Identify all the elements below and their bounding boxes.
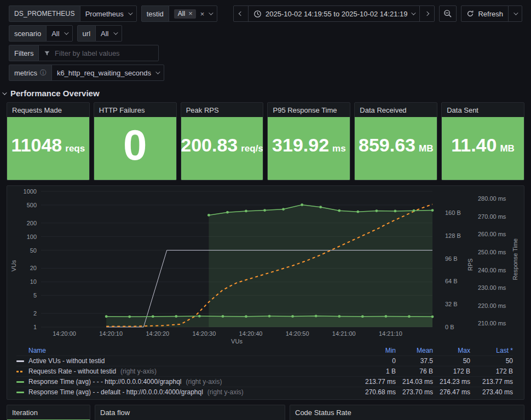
svg-text:VUs: VUs (231, 338, 243, 345)
datasource-picker[interactable]: Prometheus (80, 5, 137, 22)
testid-chip[interactable]: All × (174, 9, 196, 19)
svg-text:280.00 ms: 280.00 ms (478, 195, 506, 202)
refresh-button[interactable]: Refresh (461, 5, 509, 22)
section-title: Performance Overview (10, 89, 100, 98)
svg-text:2: 2 (33, 310, 37, 317)
svg-text:14:20:30: 14:20:30 (193, 330, 216, 337)
svg-text:RPS: RPS (467, 259, 474, 271)
time-range-picker[interactable]: 2025-10-02 14:19:55 to 2025-10-02 14:21:… (248, 5, 420, 22)
refresh-interval-button[interactable] (508, 5, 522, 22)
svg-text:250.00 ms: 250.00 ms (478, 249, 506, 255)
dashboard-controls: DS_PROMETHEUS Prometheus testid All × × (0, 0, 531, 81)
svg-text:500: 500 (27, 202, 37, 208)
series-swatch (16, 392, 24, 393)
chevron-down-icon (513, 10, 518, 15)
time-shift-forward-button[interactable] (419, 5, 435, 22)
svg-text:210.00 ms: 210.00 ms (478, 320, 506, 326)
info-icon[interactable]: ⓘ (40, 68, 47, 78)
url-picker[interactable]: All (95, 25, 122, 42)
metrics-picker[interactable]: k6_http_req_waiting_seconds (51, 65, 164, 81)
stat-body: 11.40 MB (442, 117, 524, 180)
data-flow-panel: Data flow (95, 405, 285, 420)
url-variable: url All (77, 25, 122, 42)
adhoc-filters: Filters (9, 45, 159, 61)
svg-text:200: 200 (27, 220, 37, 226)
panel-title: Data flow (95, 405, 285, 419)
zoom-out-button[interactable] (439, 5, 457, 22)
stat-value: 11048 (11, 136, 62, 154)
filters-label: Filters (9, 45, 39, 61)
time-range-controls: 2025-10-02 14:19:55 to 2025-10-02 14:21:… (233, 5, 435, 22)
stat-panel-data-received: Data Received 859.63 MB (354, 102, 437, 180)
svg-text:220.00 ms: 220.00 ms (478, 302, 506, 309)
svg-text:240.00 ms: 240.00 ms (478, 267, 506, 273)
clock-icon (253, 10, 262, 18)
url-label: url (77, 25, 96, 42)
svg-text:Response Time: Response Time (512, 238, 518, 280)
stat-body: 11048 reqs (7, 117, 89, 180)
legend-row[interactable]: Response Time (avg) - - - http://0.0.0.0… (16, 376, 513, 387)
stat-unit: ms (332, 143, 346, 154)
svg-text:50: 50 (30, 247, 37, 254)
panel-title: Data Received (355, 103, 437, 117)
svg-text:0 B: 0 B (445, 324, 454, 330)
stat-value: 11.40 (451, 136, 497, 154)
legend-row[interactable]: Active VUs - without testid 0 37.5 50 50 (16, 355, 513, 366)
svg-text:5: 5 (33, 292, 37, 299)
svg-text:128 B: 128 B (445, 232, 461, 239)
legend-row[interactable]: Response Time (avg) - - default - http:/… (16, 387, 513, 397)
svg-text:VUs: VUs (10, 260, 17, 271)
remove-value-icon[interactable]: × (188, 10, 193, 17)
timeseries-chart[interactable]: 125102050100200500100014:20:0014:20:1014… (7, 186, 524, 345)
panel-title: Iteration (7, 405, 90, 419)
datasource-variable: DS_PROMETHEUS Prometheus (9, 5, 137, 22)
svg-text:14:21:10: 14:21:10 (379, 330, 402, 337)
series-swatch (16, 371, 24, 372)
time-shift-back-button[interactable] (233, 5, 249, 22)
chevron-left-icon (239, 11, 243, 16)
scenario-picker[interactable]: All (46, 25, 72, 42)
section-performance-overview[interactable]: Performance Overview (2, 89, 529, 98)
stat-body: 859.63 MB (355, 117, 437, 180)
panel-title: Code Status Rate (290, 405, 524, 419)
scenario-variable: scenario All (9, 25, 73, 42)
zoom-out-icon (443, 9, 452, 18)
scenario-label: scenario (9, 25, 47, 42)
stat-panel-http-failures: HTTP Failures 0 (94, 102, 177, 180)
svg-text:14:20:50: 14:20:50 (286, 330, 309, 337)
svg-text:270.00 ms: 270.00 ms (478, 213, 506, 220)
chevron-down-icon (412, 10, 416, 15)
filters-input-box[interactable] (38, 45, 159, 61)
chevron-down-icon (209, 10, 213, 15)
filter-input[interactable] (55, 49, 153, 57)
legend-row[interactable]: Requests Rate - without testid (right y-… (16, 366, 513, 376)
stat-body: 319.92 ms (268, 117, 350, 180)
panel-title: Requests Made (7, 103, 89, 117)
stat-panel-requests-made: Requests Made 11048 reqs (7, 102, 90, 180)
testid-label: testid (141, 5, 169, 22)
svg-text:14:20:20: 14:20:20 (146, 330, 169, 337)
legend-col-name[interactable]: Name (16, 347, 359, 354)
svg-text:14:20:00: 14:20:00 (53, 330, 76, 337)
stat-unit: MB (419, 143, 433, 154)
panel-title: Data Sent (442, 103, 524, 117)
stat-value: 319.92 (272, 136, 329, 154)
legend-col-mean[interactable]: Mean (396, 347, 433, 354)
chevron-right-icon (425, 11, 429, 16)
bottom-panels-row: Iteration Data flow Code Status Rate (7, 405, 524, 420)
stat-body: 200.83 req/s (181, 117, 263, 180)
series-swatch (16, 360, 24, 362)
legend-col-last[interactable]: Last * (470, 347, 513, 354)
stat-body: 0 (94, 117, 176, 180)
series-fill-3 (209, 205, 432, 328)
svg-text:96 B: 96 B (445, 255, 458, 262)
clear-all-icon[interactable]: × (200, 10, 205, 18)
panel-title: P95 Response Time (268, 103, 350, 117)
series-swatch (16, 381, 24, 383)
testid-picker[interactable]: All × × (169, 5, 218, 22)
legend-col-min[interactable]: Min (359, 347, 396, 354)
svg-text:10: 10 (30, 278, 37, 285)
legend-col-max[interactable]: Max (433, 347, 470, 354)
chevron-down-icon (64, 30, 68, 34)
stat-panel-peak-rps: Peak RPS 200.83 req/s (181, 102, 264, 180)
